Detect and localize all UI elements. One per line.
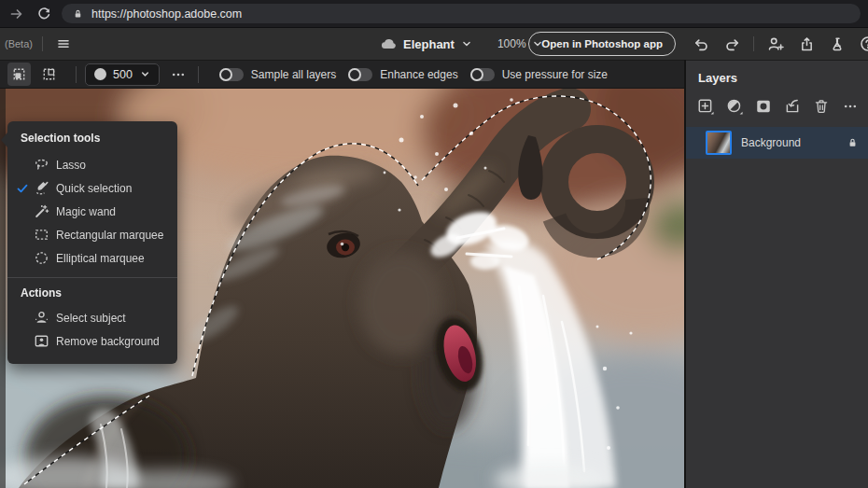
delete-layer-button[interactable] (813, 98, 830, 115)
ellipsis-icon (843, 99, 858, 114)
action-item-select-subject[interactable]: Select subject (7, 306, 177, 329)
brush-size-value: 500 (113, 68, 133, 81)
tool-label: Rectangular marquee (56, 229, 163, 242)
check-slot (17, 183, 29, 194)
selection-mode-subtract-button[interactable] (37, 63, 61, 86)
adjustment-layer-icon (726, 98, 743, 115)
tool-label: Quick selection (56, 182, 132, 195)
selection-tools-flyout: Selection tools Lasso Quick selection (7, 121, 177, 364)
trash-icon (813, 98, 830, 115)
app-header: (Beta) Elephant 100% Open in Photoshop a… (0, 28, 868, 60)
layers-toolbar (686, 85, 868, 115)
help-button[interactable] (857, 33, 868, 55)
subtract-selection-icon (40, 65, 58, 83)
redo-button[interactable] (721, 33, 743, 55)
quick-selection-icon (33, 180, 49, 196)
rectangular-marquee-icon (33, 227, 49, 243)
add-layer-button[interactable] (697, 98, 714, 115)
brush-tip-icon (94, 68, 106, 80)
add-user-icon (767, 35, 784, 52)
ellipsis-icon (171, 67, 186, 82)
action-item-remove-background[interactable]: Remove background (7, 329, 177, 353)
selection-mode-new-button[interactable] (7, 63, 31, 86)
beta-label: (Beta) (5, 38, 33, 49)
sample-all-layers-label: Sample all layers (251, 68, 336, 81)
enhance-edges-label: Enhance edges (380, 68, 457, 81)
zoom-level: 100% (497, 37, 526, 50)
remove-background-icon (33, 333, 49, 349)
reload-icon (36, 7, 51, 21)
tool-label: Elliptical marquee (56, 252, 145, 265)
document-cluster: Elephant 100% (379, 28, 544, 60)
header-actions: Open in Photoshop app (528, 28, 868, 60)
sample-all-layers-toggle[interactable] (219, 68, 244, 81)
header-divider (42, 36, 43, 51)
lock-icon (72, 7, 84, 21)
new-selection-icon (10, 65, 28, 83)
tools-panel-title: Selection tools (7, 130, 177, 153)
options-divider (198, 66, 199, 83)
tools-divider (7, 277, 177, 278)
lock-icon[interactable] (847, 136, 859, 149)
tool-options-bar: 500 Sample all layers Enhance edges Use … (0, 60, 684, 89)
options-divider (76, 66, 77, 83)
use-pressure-toggle[interactable] (470, 68, 495, 81)
chevron-down-icon[interactable] (460, 37, 473, 50)
layer-mask-button[interactable] (755, 98, 772, 115)
tool-item-magic-wand[interactable]: Magic wand (7, 200, 177, 223)
hamburger-icon (56, 36, 71, 51)
layer-name: Background (741, 136, 847, 149)
cloud-icon (379, 36, 398, 51)
check-icon (17, 183, 28, 194)
share-icon (799, 36, 815, 52)
help-icon (860, 35, 868, 52)
brush-size-dropdown[interactable]: 500 (85, 63, 160, 86)
url-text: https://photoshop.adobe.com (91, 7, 242, 21)
tool-item-rectangular-marquee[interactable]: Rectangular marquee (7, 223, 177, 246)
layers-panel: Layers (686, 60, 868, 488)
open-in-photoshop-button[interactable]: Open in Photoshop app (528, 32, 676, 56)
document-name[interactable]: Elephant (403, 37, 455, 51)
place-image-button[interactable] (784, 98, 801, 115)
select-subject-icon (33, 310, 49, 326)
use-pressure-label: Use pressure for size (502, 68, 608, 81)
reload-button[interactable] (35, 5, 53, 23)
action-label: Remove background (56, 335, 160, 348)
layer-row-background[interactable]: Background (686, 127, 868, 159)
invite-button[interactable] (764, 33, 787, 55)
share-button[interactable] (795, 33, 818, 55)
actions-title: Actions (7, 285, 177, 306)
tool-label: Lasso (56, 159, 86, 172)
beta-features-button[interactable] (826, 33, 848, 55)
flask-icon (830, 36, 846, 52)
action-label: Select subject (56, 312, 126, 325)
header-divider (753, 36, 754, 51)
url-bar[interactable]: https://photoshop.adobe.com (62, 4, 861, 23)
adjustment-layer-button[interactable] (726, 98, 743, 115)
forward-arrow-icon (9, 7, 24, 21)
undo-icon (693, 36, 709, 52)
elliptical-marquee-icon (33, 250, 49, 266)
redo-icon (724, 36, 740, 52)
tool-item-lasso[interactable]: Lasso (7, 153, 177, 176)
place-image-icon (784, 98, 801, 115)
tool-label: Magic wand (56, 205, 116, 218)
more-tool-options-button[interactable] (167, 63, 189, 86)
layer-thumbnail (706, 131, 732, 155)
main-menu-button[interactable] (52, 33, 75, 55)
browser-bar: https://photoshop.adobe.com (0, 0, 868, 28)
layers-panel-title: Layers (686, 61, 868, 85)
tool-item-quick-selection[interactable]: Quick selection (7, 176, 177, 200)
more-layers-button[interactable] (842, 98, 859, 115)
add-layer-icon (697, 98, 714, 115)
enhance-edges-toggle[interactable] (348, 68, 372, 81)
lasso-icon (33, 157, 49, 173)
tool-item-elliptical-marquee[interactable]: Elliptical marquee (7, 246, 177, 270)
magic-wand-icon (33, 203, 49, 219)
chevron-down-icon (139, 68, 151, 80)
forward-button[interactable] (7, 5, 26, 23)
undo-button[interactable] (690, 33, 712, 55)
layer-mask-icon (755, 98, 772, 115)
